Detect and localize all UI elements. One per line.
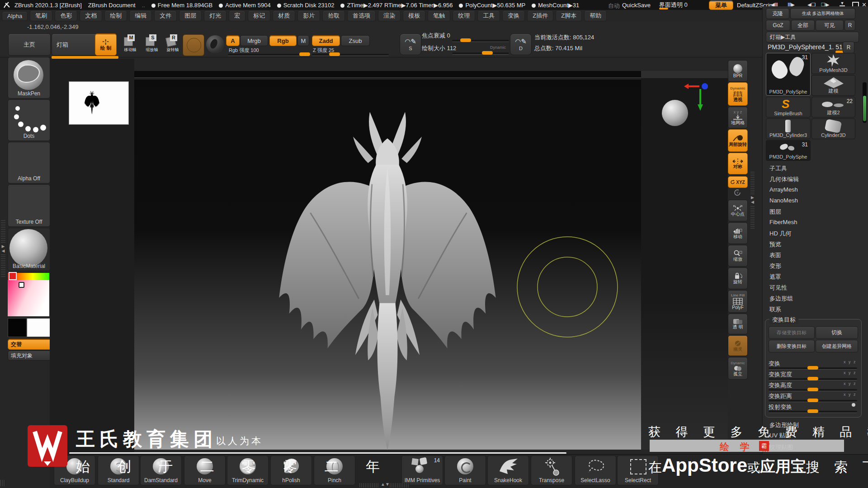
rotate-button[interactable]: 旋转	[728, 267, 748, 289]
subpalette-fibermesh[interactable]: FiberMesh	[769, 219, 797, 225]
fill-object-button[interactable]: 填充对象	[8, 351, 53, 361]
dragon-sculpture[interactable]	[261, 109, 514, 453]
z-intensity-handle[interactable]	[329, 52, 340, 56]
morph-distance-track[interactable]	[769, 400, 857, 402]
current-stroke-button[interactable]: Dots	[8, 99, 50, 141]
r-button-top[interactable]: R	[844, 20, 855, 31]
sym-xyz-button[interactable]: XYZ	[728, 176, 748, 188]
menu-tool[interactable]: 工具	[477, 10, 500, 21]
focal-shift-handle[interactable]	[460, 38, 471, 42]
menu-texture[interactable]: 纹理	[453, 10, 475, 21]
left-divider-hatch[interactable]	[1, 254, 5, 277]
morph-slider-handle[interactable]	[807, 366, 818, 370]
switch-color-button[interactable]: 交替	[8, 339, 53, 350]
current-alpha-button[interactable]: Alpha Off	[8, 142, 50, 183]
z-intensity-track[interactable]	[312, 54, 389, 56]
ui-opacity-handle[interactable]	[659, 8, 668, 9]
current-color-chip[interactable]	[9, 272, 17, 280]
subpalette-hd-geometry[interactable]: HD 几何	[769, 230, 791, 238]
current-brush-button[interactable]: MaskPen	[8, 57, 50, 99]
current-texture-button[interactable]: Texture Off	[8, 184, 50, 227]
subpalette-polygroups[interactable]: 多边形组	[769, 295, 793, 303]
menu-file[interactable]: 文件	[154, 10, 177, 21]
current-material-tile[interactable]: BasicMaterial	[8, 228, 50, 271]
tool-thumb-jianmo2[interactable]: 22 建模2	[811, 97, 855, 117]
tray-resize-arrows[interactable]: ▲▼	[381, 482, 390, 487]
move-axis-button[interactable]: M 移动轴	[120, 34, 140, 54]
secondary-color-swatch[interactable]	[8, 318, 27, 337]
morph-width-label[interactable]: 变换宽度	[769, 371, 792, 379]
focal-shift-label[interactable]: 焦点衰减 0	[422, 32, 450, 40]
symmetry-button[interactable]: 对称	[728, 153, 748, 174]
goz-button[interactable]: GoZ	[766, 20, 790, 31]
move-button[interactable]: 移动	[728, 222, 748, 244]
active-tool-name[interactable]: PM3D_PolySphere4_1. 51	[768, 43, 843, 51]
morph-distance-label[interactable]: 变换距离	[769, 392, 792, 400]
ghost-button[interactable]: 幽灵	[728, 335, 748, 356]
mode-a-button[interactable]: A	[226, 35, 240, 46]
menu-help[interactable]: 帮助	[584, 10, 607, 21]
morph-height-label[interactable]: 变换高度	[769, 381, 792, 389]
mode-rgb-button[interactable]: Rgb	[269, 35, 297, 46]
subpalette-subtool[interactable]: 子工具	[769, 164, 787, 173]
menu-document[interactable]: 文档	[80, 10, 102, 21]
document-canvas[interactable]	[134, 71, 641, 450]
export-visible-button[interactable]: 可见	[816, 20, 844, 31]
clone-button[interactable]: 克隆	[766, 8, 789, 19]
brush-transpose[interactable]: Transpose	[531, 455, 572, 485]
tool-thumb-cylinder3d[interactable]: Cylinder3D	[811, 118, 855, 139]
quicksave-button[interactable]: QuickSave	[622, 2, 651, 9]
scale-button[interactable]: 缩放	[728, 245, 748, 267]
current-material-button[interactable]	[183, 34, 204, 56]
menu-light[interactable]: 灯光	[204, 10, 226, 21]
morph-width-handle[interactable]	[807, 377, 818, 380]
make-polymesh-button[interactable]: 生成 多边形网格物体	[790, 8, 855, 19]
subpalette-surface[interactable]: 表面	[769, 251, 781, 259]
mode-zsub-button[interactable]: Zsub	[341, 35, 370, 46]
polyframe-button[interactable]: Line Fill PolyF	[728, 290, 748, 313]
subpalette-layers[interactable]: 图层	[769, 208, 781, 216]
subpalette-geometry[interactable]: 几何体编辑	[769, 175, 799, 183]
left-divider-arrows[interactable]: ▶◀	[1, 244, 5, 253]
corner-resize-hatch[interactable]	[0, 480, 5, 486]
store-morph-button[interactable]: 存储变换目标	[769, 326, 815, 339]
menu-alpha[interactable]: Alpha	[2, 11, 28, 21]
subpalette-deformation[interactable]: 变形	[769, 262, 781, 270]
mode-mrgb-button[interactable]: Mrgb	[240, 35, 268, 46]
stroke-curve-d-button[interactable]: ◠✎ D	[510, 33, 532, 55]
subpalette-visibility[interactable]: 可见性	[769, 284, 787, 292]
tool-thumb-cylinder-edit[interactable]: PM3D_Cylinder3	[766, 118, 811, 139]
morph-width-track[interactable]	[769, 378, 857, 380]
transparent-button[interactable]: 透 明	[728, 314, 748, 334]
switch-morph-button[interactable]: 切换	[816, 326, 858, 339]
panel-scrollbar-thumb[interactable]	[863, 96, 866, 121]
tool-thumb-simplebrush[interactable]: S SimpleBrush	[766, 97, 811, 117]
draw-size-handle[interactable]	[482, 51, 493, 55]
floor-grid-button[interactable]: x y z 地网格	[728, 107, 748, 128]
mode-zadd-button[interactable]: Zadd	[312, 35, 340, 46]
right-divider-hatch[interactable]	[750, 206, 755, 229]
menu-layer[interactable]: 图层	[179, 10, 202, 21]
axis-gizmo-icon[interactable]	[684, 81, 709, 115]
create-diff-mesh-button[interactable]: 创建差异网格	[816, 340, 858, 352]
export-all-button[interactable]: 全部	[791, 20, 815, 31]
rgb-intensity-handle[interactable]	[299, 52, 310, 56]
stroke-curve-s-button[interactable]: ◠✎ S	[400, 33, 421, 55]
right-divider-arrows[interactable]: ▶◀	[750, 195, 755, 204]
morph-target-header[interactable]: 变换目标	[769, 316, 798, 324]
tray-scroll-indicator[interactable]	[69, 452, 566, 454]
subpalette-preview[interactable]: 预览	[769, 240, 781, 249]
lightbox-button[interactable]: 灯箱	[52, 33, 99, 56]
menu-preferences[interactable]: 首选项	[347, 10, 376, 21]
local-symmetry-button[interactable]: 局部旋转	[728, 129, 748, 152]
menu-picker[interactable]: 拾取	[322, 10, 345, 21]
mode-m-button[interactable]: M	[297, 35, 309, 46]
scale-axis-button[interactable]: S 缩放轴	[142, 34, 162, 54]
menu-marker[interactable]: 标记	[248, 10, 270, 21]
brush-snakehook[interactable]: SnakeHook	[487, 455, 529, 485]
minimize-icon[interactable]: ▼	[840, 1, 845, 6]
brush-paint[interactable]: Paint	[444, 455, 486, 485]
project-morph-label[interactable]: 投射变换	[769, 403, 792, 411]
menu-zplugin[interactable]: Z插件	[527, 10, 553, 21]
r-button-tool[interactable]: R	[843, 42, 854, 53]
